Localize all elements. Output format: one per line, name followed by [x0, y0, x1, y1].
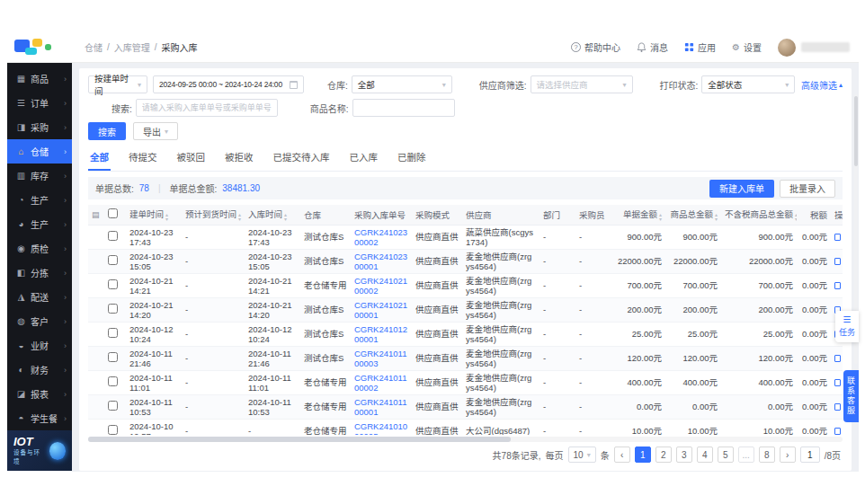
copy-icon[interactable] [834, 355, 841, 362]
sidebar-item-finance[interactable]: ◐财务› [7, 358, 72, 382]
sidebar-item-procurement[interactable]: ◨采购› [7, 115, 72, 139]
copy-icon[interactable] [834, 403, 841, 411]
product-name-input[interactable] [352, 99, 455, 117]
sidebar-item-production-2[interactable]: ◕生产› [7, 212, 72, 236]
row-checkbox[interactable] [108, 401, 118, 411]
avatar[interactable] [778, 39, 796, 57]
page-button-2[interactable]: 2 [655, 447, 672, 463]
sidebar-item-quality-check[interactable]: ◉质检› [7, 236, 72, 261]
tab-5[interactable]: 已入库 [348, 147, 380, 171]
tab-3[interactable]: 被拒收 [223, 147, 255, 171]
topbar-help[interactable]: ?帮助中心 [571, 40, 620, 54]
sidebar-item-biz-finance[interactable]: ◒业财› [7, 333, 72, 358]
export-button[interactable]: 导出 ▾ [133, 122, 178, 140]
sort-icon[interactable]: ▴▾ [284, 213, 287, 221]
breadcrumb-item[interactable]: 仓储 [85, 40, 103, 54]
tab-2[interactable]: 被驳回 [175, 147, 208, 171]
brand-logo[interactable] [13, 37, 72, 58]
order-no-link[interactable]: CGRK241021 00001 [354, 300, 407, 320]
sidebar-item-goods[interactable]: ▦商品› [7, 66, 72, 91]
row-checkbox[interactable] [108, 231, 118, 241]
sidebar-item-orders[interactable]: ☰订单› [7, 91, 72, 115]
sidebar-item-sorting[interactable]: ◧分拣› [7, 261, 72, 285]
date-range-input[interactable]: 2024-09-25 00:00 ~ 2024-10-24 24:00 [153, 75, 304, 93]
supplier-select[interactable]: 请选择供应商 ▾ [531, 75, 633, 93]
tab-0[interactable]: 全部 [88, 147, 111, 171]
sort-icon[interactable]: ▴▾ [715, 213, 718, 221]
cell-warehouse: 测试仓库S [300, 249, 351, 273]
sort-icon[interactable]: ▴▾ [795, 213, 797, 221]
cell-inbound: 2024-10-23 15:05 [245, 249, 300, 273]
batch-entry-button[interactable]: 批量录入 [780, 180, 835, 198]
sidebar-item-warehouse[interactable]: ⌂仓储› [7, 139, 72, 164]
caret-up-icon: ▴ [839, 81, 843, 89]
cell-amount: 25.00元 [613, 322, 665, 346]
per-page-select[interactable]: 10 ▾ [568, 447, 596, 463]
create-inbound-button[interactable]: 新建入库单 [709, 180, 774, 198]
tab-6[interactable]: 已删除 [396, 147, 428, 171]
sidebar-item-student-meal[interactable]: ◓学生餐› [7, 406, 72, 430]
copy-icon[interactable] [834, 282, 841, 289]
search-button[interactable]: 搜索 [88, 122, 126, 140]
cell-buyer: - [575, 346, 613, 370]
row-checkbox[interactable] [108, 376, 118, 386]
sidebar-item-inventory[interactable]: ▥库存› [7, 164, 72, 188]
sorting-icon: ◧ [15, 268, 27, 278]
sidebar-item-delivery[interactable]: ◮配送› [7, 285, 72, 309]
tab-1[interactable]: 待提交 [127, 147, 159, 171]
sidebar-item-label: 商品 [31, 72, 64, 85]
topbar-message[interactable]: 消息 [637, 40, 668, 54]
row-checkbox[interactable] [108, 279, 118, 289]
tab-4[interactable]: 已提交待入库 [272, 147, 332, 171]
order-no-link[interactable]: CGRK241011 00002 [354, 373, 406, 393]
order-no-link[interactable]: CGRK241012 00001 [354, 324, 407, 344]
page-button-4[interactable]: 4 [697, 447, 713, 463]
row-checkbox[interactable] [108, 304, 118, 314]
order-no-link[interactable]: CGRK241023 00001 [354, 252, 407, 271]
page-button-8[interactable]: 8 [759, 447, 775, 463]
sidebar-item-production[interactable]: ◔生产› [7, 188, 72, 212]
sidebar-footer: IOT 设备与环境 [7, 430, 72, 471]
select-all-checkbox[interactable] [108, 208, 118, 218]
page-jump-input[interactable] [800, 447, 820, 463]
prev-page-button[interactable]: ‹ [614, 447, 630, 463]
row-checkbox[interactable] [108, 425, 118, 435]
advanced-filter-link[interactable]: 高级筛选 ▴ [801, 78, 843, 92]
cell-tax: 0.00元 [797, 297, 831, 322]
copy-icon[interactable] [834, 428, 841, 435]
topbar-apps[interactable]: 应用 [684, 40, 716, 54]
sort-icon[interactable]: ▴▾ [659, 213, 662, 221]
table-settings-icon[interactable]: ▤ [92, 210, 100, 219]
page-button-5[interactable]: 5 [718, 447, 734, 463]
print-status-select[interactable]: 全部状态 ▾ [701, 75, 795, 93]
sidebar-item-reports[interactable]: ◪报表› [7, 382, 72, 406]
copy-icon[interactable] [834, 379, 841, 386]
order-no-link[interactable]: CGRK241011 00001 [354, 397, 406, 417]
order-no-link[interactable]: CGRK241021 00002 [354, 276, 407, 296]
vertical-scrollbar-thumb[interactable] [854, 96, 858, 166]
warehouse-select[interactable]: 全部 ▾ [352, 75, 452, 93]
copy-icon[interactable] [834, 234, 841, 241]
row-checkbox[interactable] [108, 328, 118, 338]
horizontal-scrollbar-thumb[interactable] [88, 437, 511, 442]
order-no-link[interactable]: CGRK241011 00003 [354, 349, 406, 368]
next-page-button[interactable]: › [780, 447, 796, 463]
breadcrumb-item[interactable]: 采购入库 [162, 40, 198, 54]
order-no-link[interactable]: CGRK241010 00005 [354, 421, 407, 436]
copy-icon[interactable] [834, 258, 841, 265]
order-no-link[interactable]: CGRK241023 00002 [354, 227, 407, 247]
row-checkbox[interactable] [108, 255, 118, 265]
sidebar-item-customers[interactable]: ◍客户› [7, 309, 72, 333]
column-label: 供应商 [466, 210, 492, 220]
sort-icon[interactable]: ▴▾ [165, 213, 168, 221]
time-type-select[interactable]: 按建单时间 ▾ [88, 75, 147, 93]
row-checkbox[interactable] [108, 352, 118, 362]
page-button-1[interactable]: 1 [635, 447, 651, 463]
sort-icon[interactable]: ▴▾ [238, 213, 241, 221]
page-button-3[interactable]: 3 [676, 447, 692, 463]
task-float-button[interactable]: ☰ 任务 [835, 311, 859, 342]
contact-support-button[interactable]: 联系客服 [843, 370, 859, 422]
search-input[interactable] [136, 99, 278, 117]
topbar-settings[interactable]: ⚙设置 [732, 40, 762, 54]
breadcrumb-item[interactable]: 入库管理 [114, 40, 150, 54]
